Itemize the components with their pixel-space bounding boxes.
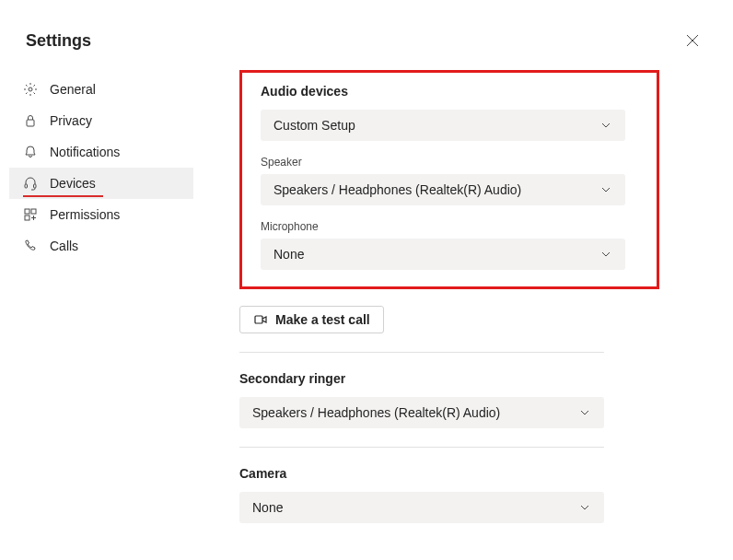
- test-call-icon: [253, 312, 268, 327]
- button-label: Make a test call: [275, 312, 370, 327]
- sidebar-item-label: Permissions: [50, 207, 120, 222]
- audio-devices-highlight: Audio devices Custom Setup Speaker Speak…: [239, 70, 659, 289]
- lock-icon: [22, 112, 39, 129]
- phone-icon: [22, 238, 39, 254]
- svg-rect-5: [31, 209, 36, 214]
- dropdown-value: None: [252, 500, 283, 515]
- speaker-label: Speaker: [261, 156, 638, 169]
- svg-rect-1: [27, 120, 34, 126]
- settings-header: Settings: [0, 0, 733, 64]
- settings-main: Audio devices Custom Setup Speaker Speak…: [193, 64, 733, 523]
- dropdown-value: Custom Setup: [273, 118, 355, 133]
- divider: [239, 447, 604, 448]
- sidebar-item-calls[interactable]: Calls: [9, 230, 193, 262]
- camera-title: Camera: [239, 466, 659, 481]
- sidebar-item-general[interactable]: General: [9, 74, 193, 105]
- audio-devices-title: Audio devices: [261, 84, 638, 99]
- dropdown-value: Speakers / Headphones (Realtek(R) Audio): [273, 182, 521, 197]
- microphone-label: Microphone: [261, 220, 638, 233]
- svg-rect-7: [255, 316, 262, 323]
- dropdown-value: None: [273, 247, 304, 262]
- svg-rect-4: [25, 209, 29, 214]
- secondary-ringer-dropdown[interactable]: Speakers / Headphones (Realtek(R) Audio): [239, 397, 604, 428]
- svg-rect-6: [25, 216, 29, 220]
- sidebar-item-notifications[interactable]: Notifications: [9, 136, 193, 168]
- speaker-dropdown[interactable]: Speakers / Headphones (Realtek(R) Audio): [261, 174, 625, 205]
- headset-icon: [22, 175, 39, 192]
- sidebar-item-label: General: [50, 82, 96, 97]
- sidebar-item-devices[interactable]: Devices: [9, 168, 193, 199]
- camera-dropdown[interactable]: None: [239, 492, 604, 523]
- chevron-down-icon: [599, 119, 612, 132]
- sidebar-item-label: Privacy: [50, 113, 92, 128]
- sidebar-item-privacy[interactable]: Privacy: [9, 105, 193, 136]
- secondary-ringer-title: Secondary ringer: [239, 371, 659, 386]
- sidebar-item-permissions[interactable]: Permissions: [9, 199, 193, 230]
- svg-rect-3: [34, 184, 37, 188]
- svg-point-0: [29, 88, 32, 91]
- active-underline: [23, 195, 103, 197]
- audio-setup-dropdown[interactable]: Custom Setup: [261, 110, 625, 141]
- bell-icon: [22, 144, 39, 160]
- sidebar-item-label: Devices: [50, 176, 96, 191]
- test-call-wrap: Make a test call: [239, 306, 659, 333]
- microphone-dropdown[interactable]: None: [261, 239, 625, 270]
- close-button[interactable]: [678, 26, 707, 55]
- chevron-down-icon: [599, 183, 612, 196]
- page-title: Settings: [26, 31, 91, 51]
- make-test-call-button[interactable]: Make a test call: [239, 306, 384, 333]
- svg-rect-2: [25, 184, 28, 188]
- close-icon: [686, 34, 699, 47]
- dropdown-value: Speakers / Headphones (Realtek(R) Audio): [252, 405, 500, 420]
- settings-sidebar: General Privacy Notifications Devices: [9, 64, 193, 523]
- chevron-down-icon: [599, 248, 612, 261]
- divider: [239, 352, 604, 353]
- apps-icon: [22, 206, 39, 223]
- chevron-down-icon: [578, 406, 591, 419]
- chevron-down-icon: [578, 501, 591, 514]
- gear-icon: [22, 81, 39, 98]
- sidebar-item-label: Calls: [50, 239, 78, 253]
- sidebar-item-label: Notifications: [50, 145, 120, 159]
